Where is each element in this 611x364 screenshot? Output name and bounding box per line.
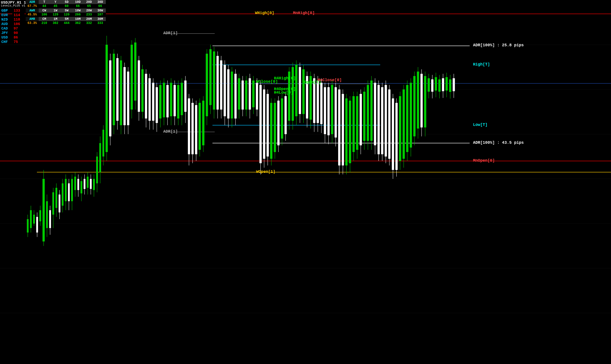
indicator-title: Levels_PLUS v1.1: [1, 4, 29, 7]
h4high-label: H4High[0]: [274, 76, 296, 80]
hight-label: High[T]: [473, 62, 490, 67]
adr1-bot-label: ADR[1]: [163, 129, 178, 134]
adr-table: ADR T Y 5D 10D 20D 30D 67.7% 44 45 60 66…: [26, 0, 106, 8]
mnopen-label: MnOpen[0]: [473, 158, 495, 163]
currency-row-nzd: NZD 110: [0, 17, 25, 22]
currency-row-usd: USD 86: [0, 35, 25, 40]
lowt-label: Low[T]: [473, 123, 488, 127]
currency-row-cad: CAD 97: [0, 26, 25, 31]
stats-panel: ADR T Y 5D 10D 20D 30D 67.7% 44 45 60 66…: [26, 0, 106, 26]
amr-table: AMR CM 1M 5M 10M 20M 30M 63.3% 210 302 4…: [26, 17, 106, 25]
adr100-bot-label: ADR[100%] : 43.5 pips: [473, 140, 524, 145]
currency-panel: GBP 133 EUR 114 NZD 110 AUD 106 CAD 97 J…: [0, 9, 25, 44]
wopen-label: WOpen[1]: [256, 169, 275, 174]
currency-row-eur: EUR 114: [0, 13, 25, 17]
whigh-label: WHigh[0]: [255, 11, 274, 15]
currency-row-gbp: GBP 133: [0, 9, 25, 13]
currency-row-aud: AUD 106: [0, 22, 25, 26]
h4low-label: H4Low[0]: [274, 90, 293, 95]
currency-row-chf: CHF 75: [0, 40, 25, 44]
adr100-top-label: ADR[100%] : 25.8 pips: [473, 43, 524, 47]
mnhigh-label: MnHigh[0]: [293, 11, 315, 15]
awr-table: AWR CW 1W 5W 10W 20W 30W 45.5% 106 129 1…: [26, 9, 106, 16]
currency-row-jpy: JPY 90: [0, 31, 25, 35]
adr1-top-label: ADR[1]: [163, 31, 178, 35]
mnclose-label: MnClose[0]: [318, 78, 342, 82]
